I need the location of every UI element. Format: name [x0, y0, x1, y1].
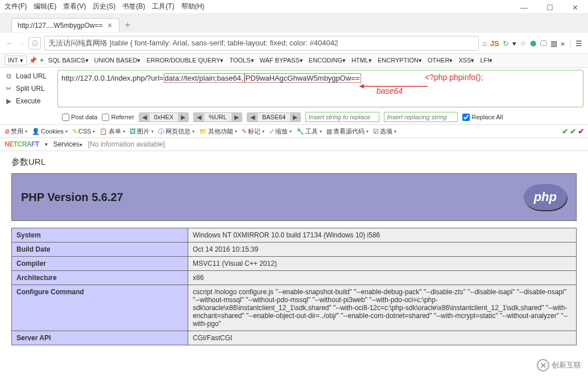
hackbar-db-select[interactable]: INT ▾ — [5, 56, 27, 65]
menu-html[interactable]: HTML▾ — [350, 56, 374, 65]
table-row: Server APICGI/FastCGI — [12, 331, 577, 345]
menu-union-based[interactable]: UNION BASED▾ — [93, 56, 143, 65]
find-input[interactable] — [305, 112, 379, 122]
postdata-checkbox[interactable]: Post data — [62, 114, 97, 121]
menu-bar: 文件(F) 编辑(E) 查看(V) 历史(S) 书签(B) 工具(T) 帮助(H… — [0, 0, 588, 14]
url-segment-payload: PD9waHAgcGhwaW5mbygpOw== — [245, 73, 361, 83]
hackbar-options: Post data Referrer ◀0xHEX▶ ◀%URL▶ ◀BASE6… — [0, 110, 588, 125]
hackbar-url-input[interactable]: http://127.0.0.1/index.php/?url=data://t… — [57, 70, 583, 107]
check-icon[interactable]: ✔ — [578, 127, 585, 136]
hackbar-actions: ⧉Load URL ✂Split URL ▶Execute — [5, 70, 53, 107]
replace-input[interactable] — [384, 112, 458, 122]
menu-tools[interactable]: 工具(T) — [152, 2, 174, 11]
source-menu[interactable]: ▥查看源代码 — [325, 127, 370, 136]
table-row: SystemWindows NT 0XMIRROR 10.0 build 171… — [12, 228, 577, 243]
check-icon[interactable]: ✔ — [562, 127, 569, 136]
execute-button[interactable]: ▶Execute — [5, 95, 53, 107]
base64-encode-button[interactable]: ◀BASE64▶ — [247, 112, 301, 122]
validation-icons: ✔✔✔ — [562, 127, 585, 136]
menu-waf-bypass[interactable]: WAF BYPASS▾ — [258, 56, 305, 65]
menu-encoding[interactable]: ENCODING▾ — [307, 56, 347, 65]
misc-menu[interactable]: 📁其他功能 — [198, 127, 238, 136]
address-input[interactable]: 无法访问纯真网络 }table { font-family: Arial, sa… — [44, 36, 479, 51]
watermark: ✕ 创新互联 — [533, 358, 585, 373]
menu-lfi[interactable]: LFI▾ — [478, 56, 494, 65]
hackbar-pin-icon[interactable]: 📌 — [29, 57, 37, 64]
row-value: cscript /nologo configure.js "--enable-s… — [188, 285, 577, 331]
back-button[interactable]: ← — [6, 39, 14, 48]
addon-icon-1[interactable]: ⬢ — [530, 39, 536, 48]
split-icon: ✂ — [5, 85, 13, 93]
table-row: Build DateOct 14 2016 10:15:39 — [12, 243, 577, 257]
resize-menu[interactable]: ⤢缩放 — [268, 127, 293, 136]
close-button[interactable]: ✕ — [562, 1, 588, 14]
cookies-menu[interactable]: 👤Cookies — [31, 128, 69, 135]
menu-view[interactable]: 查看(V) — [63, 2, 86, 11]
tab-title: http://127....W5mbygpOw== — [18, 22, 102, 30]
php-logo: php — [524, 184, 567, 210]
row-key: Architecture — [12, 271, 188, 285]
addon-icon-3[interactable]: ▥ — [550, 39, 557, 48]
minimize-button[interactable]: — — [511, 1, 537, 14]
php-header: PHP Version 5.6.27 php — [11, 173, 577, 221]
overflow-icon[interactable]: » — [561, 39, 565, 48]
hackbar-menu: INT ▾ 📌 ✦ SQL BASICS▾ UNION BASED▾ ERROR… — [0, 54, 588, 68]
row-value: CGI/FastCGI — [188, 331, 577, 345]
outline-menu[interactable]: ✎标记 — [241, 127, 266, 136]
menu-help[interactable]: 帮助(H) — [181, 2, 205, 11]
replace-all-checkbox[interactable]: Replace All — [462, 114, 503, 121]
load-icon: ⧉ — [5, 72, 13, 80]
load-url-button[interactable]: ⧉Load URL — [5, 70, 53, 82]
hamburger-icon[interactable]: ☰ — [570, 39, 582, 48]
menu-error-query[interactable]: ERROR/DOUBLE QUERY▾ — [144, 56, 225, 65]
menu-edit[interactable]: 编辑(E) — [34, 2, 56, 11]
row-key: Configure Command — [12, 285, 188, 331]
forward-button[interactable]: → — [17, 39, 25, 48]
netcraft-logo[interactable]: NETCRAFT — [5, 140, 39, 148]
check-icon[interactable]: ✔ — [570, 127, 577, 136]
url-encode-button[interactable]: ◀%URL▶ — [193, 112, 242, 122]
netcraft-info: [No information available] — [88, 140, 165, 148]
menu-sql-basics[interactable]: SQL BASICS▾ — [47, 56, 90, 65]
menu-encryption[interactable]: ENCRYPTION▾ — [376, 56, 424, 65]
svg-marker-1 — [359, 84, 364, 89]
tools-menu[interactable]: 🔧工具 — [295, 127, 323, 136]
menu-icon[interactable]: ▾ — [512, 39, 516, 48]
menu-other[interactable]: OTHER▾ — [426, 56, 455, 65]
tab-bar: http://127....W5mbygpOw== ✕ + — [0, 14, 588, 33]
urlbar-icons: ⌂ JS ↻ ▾ ☆ ⬢ 🖵 ▥ » ☰ — [482, 39, 582, 48]
row-key: System — [12, 228, 188, 243]
new-tab-button[interactable]: + — [125, 20, 130, 30]
disable-menu[interactable]: ⊘禁用 — [3, 127, 28, 136]
js-icon[interactable]: JS — [490, 39, 499, 48]
table-row: Configure Commandcscript /nologo configu… — [12, 285, 577, 331]
hackbar-star-icon[interactable]: ✦ — [39, 57, 44, 64]
menu-bookmarks[interactable]: 书签(B) — [122, 2, 145, 11]
addon-icon-2[interactable]: 🖵 — [540, 39, 547, 48]
home-icon[interactable]: ⌂ — [482, 39, 487, 48]
star-icon[interactable]: ☆ — [520, 39, 527, 48]
forms-menu[interactable]: 📋表单 — [98, 127, 126, 136]
execute-icon: ▶ — [5, 97, 13, 105]
sync-icon[interactable]: ↻ — [503, 39, 509, 48]
hex-encode-button[interactable]: ◀0xHEX▶ — [139, 112, 189, 122]
watermark-icon: ✕ — [537, 359, 549, 371]
menu-xss[interactable]: XSS▾ — [457, 56, 476, 65]
menu-history[interactable]: 历史(S) — [93, 2, 115, 11]
images-menu[interactable]: 🖼图片 — [129, 127, 155, 136]
options-menu[interactable]: ☑选项 — [372, 127, 397, 136]
pageinfo-menu[interactable]: ⓘ网页信息 — [157, 127, 196, 136]
menu-tools[interactable]: TOOLS▾ — [227, 56, 255, 65]
split-url-button[interactable]: ✂Split URL — [5, 82, 53, 95]
maximize-button[interactable]: ☐ — [537, 1, 562, 14]
close-icon[interactable]: ✕ — [107, 22, 113, 30]
menu-file[interactable]: 文件(F) — [5, 2, 27, 11]
browser-tab[interactable]: http://127....W5mbygpOw== ✕ — [11, 18, 119, 32]
annotation-phpinfo: <?php phpinfo(); — [425, 73, 483, 82]
identity-icon[interactable]: ⓘ — [28, 37, 41, 49]
services-menu[interactable]: Services▾ — [53, 140, 82, 148]
css-menu[interactable]: ✎CSS — [71, 128, 97, 135]
page-heading: 参数URL — [11, 157, 577, 168]
referrer-checkbox[interactable]: Referrer — [102, 114, 134, 121]
annotation-base64: base64 — [376, 86, 403, 95]
